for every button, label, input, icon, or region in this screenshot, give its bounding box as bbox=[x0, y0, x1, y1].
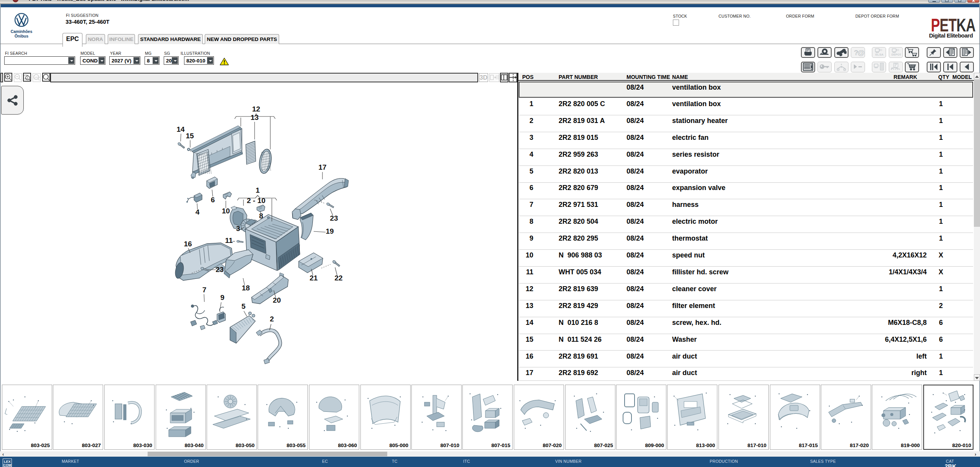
svg-text:2 - 10: 2 - 10 bbox=[247, 197, 266, 205]
svg-text:ELSA: ELSA bbox=[875, 53, 884, 56]
svg-text:19: 19 bbox=[326, 227, 334, 235]
svg-text:6: 6 bbox=[211, 196, 215, 204]
svg-text:100%: 100% bbox=[35, 76, 40, 79]
svg-text:1: 1 bbox=[256, 186, 260, 194]
svg-text:21: 21 bbox=[309, 274, 318, 282]
svg-text:4: 4 bbox=[196, 208, 200, 216]
svg-text:18: 18 bbox=[242, 284, 250, 292]
svg-text:17: 17 bbox=[318, 163, 326, 171]
svg-text:11: 11 bbox=[225, 236, 233, 244]
svg-text:22: 22 bbox=[334, 274, 342, 282]
svg-text:23: 23 bbox=[215, 265, 224, 274]
svg-text:23: 23 bbox=[330, 214, 338, 222]
svg-text:DEPOT: DEPOT bbox=[891, 53, 901, 56]
svg-text:16: 16 bbox=[184, 240, 192, 248]
svg-text:15: 15 bbox=[186, 132, 194, 140]
svg-text:5: 5 bbox=[242, 302, 246, 310]
svg-text:13: 13 bbox=[250, 113, 258, 121]
svg-text:7: 7 bbox=[202, 286, 207, 294]
svg-text:20: 20 bbox=[273, 296, 281, 304]
svg-text:14: 14 bbox=[176, 125, 185, 133]
svg-text:12: 12 bbox=[252, 105, 260, 113]
svg-text:10: 10 bbox=[222, 207, 230, 215]
svg-text:3: 3 bbox=[236, 224, 240, 233]
svg-text:8: 8 bbox=[259, 212, 263, 220]
svg-text:9: 9 bbox=[220, 293, 225, 302]
svg-text:2: 2 bbox=[270, 315, 274, 323]
